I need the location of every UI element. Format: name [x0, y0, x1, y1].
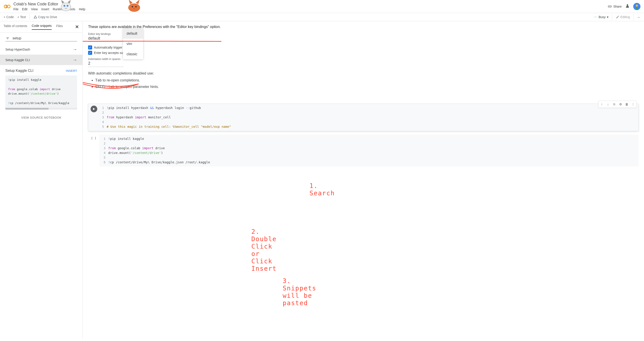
plus-icon: +	[18, 15, 19, 19]
arrow-right-icon: →	[73, 47, 77, 52]
separator	[612, 14, 612, 20]
cell-toolbar: ↑ ↓ ⎘ ⚙ 🗑 ⋮	[598, 101, 636, 108]
bindings-dropdown: default vim classic	[123, 29, 143, 59]
svg-point-12	[135, 6, 137, 8]
pencil-icon	[616, 15, 620, 19]
move-up-icon[interactable]: ↑	[599, 101, 605, 107]
bindings-value[interactable]: default	[88, 36, 124, 42]
annotation-1: 1. Search	[310, 182, 335, 197]
checkbox-label: Automatically trigger	[94, 46, 122, 49]
add-text-button[interactable]: + Text	[18, 15, 26, 19]
auto-completions-text: With automatic completions disabled use:	[88, 71, 639, 75]
cat-decoration-2	[125, 0, 141, 13]
collapse-button[interactable]: ︿	[637, 15, 640, 19]
share-label: Share	[613, 5, 622, 8]
svg-point-11	[132, 6, 133, 8]
svg-marker-5	[68, 0, 71, 4]
svg-marker-9	[129, 0, 132, 4]
execution-count: [ ]	[91, 137, 96, 140]
move-down-icon[interactable]: ↓	[605, 101, 611, 107]
delete-icon[interactable]: 🗑	[624, 101, 630, 107]
menu-edit[interactable]: Edit	[22, 8, 28, 11]
doc-title[interactable]: Colab's New Code Editor	[14, 2, 58, 7]
snippet-code-preview: !pip install kaggle from google.colab im…	[5, 75, 77, 108]
checkbox-auto-trigger[interactable]: ✓	[88, 46, 92, 50]
editing-mode-button[interactable]: Editing	[616, 15, 630, 19]
separator	[30, 14, 30, 20]
tab-snippets[interactable]: Code snippets	[32, 24, 52, 30]
svg-point-1	[8, 5, 10, 8]
link-icon[interactable]: ⎘	[611, 101, 617, 107]
arrow-right-icon: →	[73, 57, 77, 63]
colab-logo-icon	[4, 3, 11, 10]
code-cell[interactable]: [ ] 1!pip install kaggle 2 3from google.…	[88, 135, 639, 166]
svg-point-15	[636, 5, 638, 7]
dropdown-option-vim[interactable]: vim	[123, 39, 143, 49]
preferences-description: These options are available in the Prefe…	[88, 25, 639, 29]
code-cell[interactable]: ↑ ↓ ⎘ ⚙ 🗑 ⋮ 1!pip install hyperdash && h…	[88, 104, 639, 131]
link-icon	[608, 4, 612, 9]
add-code-button[interactable]: + Code	[4, 15, 14, 19]
snippet-detail-title: Setup Kaggle CLI	[5, 69, 33, 73]
svg-marker-16	[93, 108, 95, 110]
plus-icon: +	[4, 15, 5, 19]
svg-point-7	[67, 5, 68, 7]
svg-marker-10	[136, 0, 139, 4]
dropdown-icon: ▾	[607, 15, 608, 19]
menu-insert[interactable]: Insert	[41, 8, 49, 11]
code-editor[interactable]: 1!pip install kaggle 2 3from google.cola…	[99, 135, 639, 166]
more-icon[interactable]: ⋮	[630, 101, 636, 107]
close-sidebar-button[interactable]: ✕	[75, 24, 79, 30]
toolbar: + Code + Text Copy to Drive ⋯ Busy ▾ Edi…	[0, 13, 644, 21]
menu-view[interactable]: View	[31, 8, 38, 11]
annotation-3: 3. Snippets will be pasted	[283, 277, 316, 307]
tab-toc[interactable]: Table of contents	[4, 24, 27, 30]
filter-icon	[5, 37, 10, 40]
run-cell-button[interactable]	[90, 106, 97, 112]
separator	[634, 14, 634, 20]
menu-help[interactable]: Help	[79, 8, 86, 11]
checkbox-label: Enter key accepts sug	[94, 51, 125, 55]
play-icon	[92, 108, 95, 110]
svg-marker-4	[61, 0, 64, 4]
user-avatar[interactable]	[633, 3, 640, 10]
checkbox-enter-accepts[interactable]: ✓	[88, 51, 92, 55]
notebook-content: These options are available in the Prefe…	[83, 21, 644, 339]
code-editor[interactable]: 1!pip install hyperdash && hyperdash log…	[100, 104, 638, 131]
shortcut-list: Tab to re-open completions. Shift-tab to…	[95, 77, 639, 90]
dropdown-option-classic[interactable]: classic	[123, 49, 143, 59]
drive-icon	[33, 15, 37, 19]
annotation-2: 2. Double Click or Click Insert	[251, 228, 276, 272]
copy-to-drive-button[interactable]: Copy to Drive	[33, 15, 57, 19]
insert-button[interactable]: INSERT	[66, 69, 77, 73]
snippet-search-input[interactable]	[12, 36, 77, 40]
dropdown-option-default[interactable]: default	[123, 29, 143, 39]
view-source-button[interactable]: VIEW SOURCE NOTEBOOK	[0, 113, 82, 122]
svg-point-13	[134, 8, 135, 9]
svg-point-8	[128, 4, 140, 12]
busy-dots-icon: ⋯	[594, 15, 597, 19]
menu-file[interactable]: File	[14, 8, 18, 11]
sidebar: Table of contents Code snippets Files ✕ …	[0, 21, 83, 339]
chevron-up-icon: ︿	[637, 15, 640, 19]
tab-files[interactable]: Files	[56, 24, 63, 30]
menu-bar: File Edit View Insert Runtime Tools Help	[14, 8, 608, 11]
runtime-status[interactable]: ⋯ Busy ▾	[594, 15, 608, 19]
indent-value[interactable]: 2	[88, 61, 124, 67]
header: Colab's New Code Editor File Edit View I…	[0, 0, 644, 13]
cat-decoration-1	[58, 0, 74, 13]
svg-point-6	[64, 5, 65, 7]
flask-icon[interactable]	[625, 3, 630, 10]
svg-point-3	[61, 3, 71, 11]
snippet-item[interactable]: Setup HyperDash →	[0, 44, 82, 55]
share-button[interactable]: Share	[608, 4, 622, 9]
settings-icon[interactable]: ⚙	[618, 101, 624, 107]
snippet-item[interactable]: Setup Kaggle CLI →	[0, 55, 82, 65]
